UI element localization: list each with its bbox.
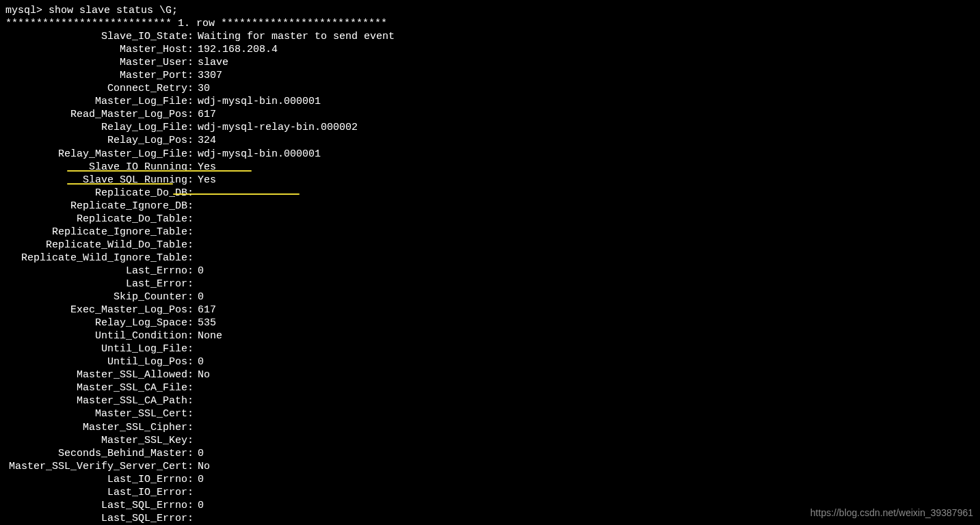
terminal-output[interactable]: mysql> show slave status \G; ***********… — [5, 4, 975, 525]
status-value: Yes — [194, 174, 216, 187]
status-row: Master_SSL_CA_Path: — [5, 394, 975, 407]
status-label: Slave_SQL_Running: — [5, 174, 194, 187]
status-value: 30 — [194, 82, 210, 95]
status-value: 0 — [194, 355, 204, 368]
status-value: 0 — [194, 265, 204, 278]
status-label: Slave_IO_Running: — [5, 161, 194, 174]
status-row: Until_Log_Pos:0 — [5, 355, 975, 368]
status-row: Skip_Counter:0 — [5, 291, 975, 304]
status-row: Master_Port:3307 — [5, 69, 975, 82]
status-value: Yes — [194, 161, 216, 174]
row-header: *************************** 1. row *****… — [5, 17, 975, 30]
status-value: 0 — [194, 291, 204, 304]
status-label: Until_Log_Pos: — [5, 355, 194, 368]
watermark-text: https://blog.csdn.net/weixin_39387961 — [810, 507, 973, 520]
status-label: Replicate_Wild_Ignore_Table: — [5, 252, 194, 265]
status-value: 535 — [194, 317, 216, 329]
status-row: Last_Error: — [5, 278, 975, 291]
status-label: Master_SSL_Key: — [5, 434, 194, 447]
status-label: Slave_IO_State: — [5, 30, 194, 43]
status-row: Master_SSL_Cipher: — [5, 421, 975, 434]
status-label: Replicate_Do_DB: — [5, 187, 194, 200]
status-row: Replicate_Ignore_DB: — [5, 200, 975, 213]
status-row: Master_Log_File:wdj-mysql-bin.000001 — [5, 95, 975, 108]
status-row: Master_Host:192.168.208.4 — [5, 43, 975, 56]
status-row: Master_SSL_CA_File: — [5, 381, 975, 394]
status-row: Master_User:slave — [5, 56, 975, 69]
status-row: Relay_Log_Pos:324 — [5, 134, 975, 147]
status-label: Master_SSL_Verify_Server_Cert: — [5, 460, 194, 473]
status-label: Exec_Master_Log_Pos: — [5, 304, 194, 317]
status-label: Until_Log_File: — [5, 342, 194, 355]
status-row: Replicate_Wild_Ignore_Table: — [5, 252, 975, 265]
status-row: Replicate_Wild_Do_Table: — [5, 239, 975, 252]
status-value: 0 — [194, 447, 204, 460]
status-row: Master_SSL_Verify_Server_Cert:No — [5, 460, 975, 473]
status-label: Skip_Counter: — [5, 291, 194, 304]
status-value: No — [194, 460, 210, 473]
status-label: Last_SQL_Error: — [5, 512, 194, 525]
status-label: Relay_Master_Log_File: — [5, 148, 194, 161]
status-label: Master_User: — [5, 56, 194, 69]
status-row: Relay_Log_Space:535 — [5, 317, 975, 329]
status-row: Seconds_Behind_Master:0 — [5, 447, 975, 460]
status-row: Last_Errno:0 — [5, 265, 975, 278]
status-value: 617 — [194, 304, 216, 317]
status-row: Last_IO_Errno:0 — [5, 473, 975, 486]
status-value: 0 — [194, 499, 204, 512]
status-label: Replicate_Ignore_DB: — [5, 200, 194, 213]
status-row: Master_SSL_Key: — [5, 434, 975, 447]
status-label: Last_Errno: — [5, 265, 194, 278]
status-label: Last_IO_Error: — [5, 486, 194, 499]
status-row: Replicate_Ignore_Table: — [5, 226, 975, 239]
status-row: Read_Master_Log_Pos:617 — [5, 108, 975, 121]
status-value: slave — [194, 56, 228, 69]
status-label: Relay_Log_File: — [5, 121, 194, 134]
status-value: 0 — [194, 473, 204, 486]
status-label: Master_SSL_CA_Path: — [5, 394, 194, 407]
status-value: 192.168.208.4 — [194, 43, 278, 56]
status-value: Waiting for master to send event — [194, 30, 395, 43]
status-row: Slave_SQL_Running:Yes — [5, 174, 975, 187]
status-label: Read_Master_Log_Pos: — [5, 108, 194, 121]
status-row: Relay_Master_Log_File:wdj-mysql-bin.0000… — [5, 148, 975, 161]
status-label: Master_Host: — [5, 43, 194, 56]
status-label: Seconds_Behind_Master: — [5, 447, 194, 460]
status-row: Slave_IO_Running:Yes — [5, 161, 975, 174]
status-row: Until_Log_File: — [5, 342, 975, 355]
status-value: wdj-mysql-bin.000001 — [194, 95, 321, 108]
status-label: Master_SSL_CA_File: — [5, 381, 194, 394]
status-label: Last_SQL_Errno: — [5, 499, 194, 512]
status-label: Replicate_Do_Table: — [5, 213, 194, 226]
status-value: 324 — [194, 134, 216, 147]
status-row: Until_Condition:None — [5, 329, 975, 342]
status-row: Relay_Log_File:wdj-mysql-relay-bin.00000… — [5, 121, 975, 134]
status-value: wdj-mysql-bin.000001 — [194, 148, 321, 161]
status-label: Master_SSL_Cipher: — [5, 421, 194, 434]
status-label: Master_Port: — [5, 69, 194, 82]
status-label: Relay_Log_Space: — [5, 317, 194, 329]
status-label: Master_SSL_Cert: — [5, 407, 194, 420]
slave-status-list: Slave_IO_State:Waiting for master to sen… — [5, 30, 975, 525]
status-label: Replicate_Wild_Do_Table: — [5, 239, 194, 252]
status-value: 3307 — [194, 69, 222, 82]
status-row: Replicate_Do_Table: — [5, 213, 975, 226]
status-row: Master_SSL_Cert: — [5, 407, 975, 420]
status-value: None — [194, 329, 222, 342]
status-row: Master_SSL_Allowed:No — [5, 368, 975, 381]
status-row: Slave_IO_State:Waiting for master to sen… — [5, 30, 975, 43]
status-label: Last_Error: — [5, 278, 194, 291]
status-label: Master_SSL_Allowed: — [5, 368, 194, 381]
status-label: Replicate_Ignore_Table: — [5, 226, 194, 239]
status-label: Last_IO_Errno: — [5, 473, 194, 486]
status-row: Connect_Retry:30 — [5, 82, 975, 95]
mysql-prompt: mysql> show slave status \G; — [5, 4, 975, 17]
status-row: Exec_Master_Log_Pos:617 — [5, 304, 975, 317]
status-value: 617 — [194, 108, 216, 121]
status-value: No — [194, 368, 210, 381]
status-label: Connect_Retry: — [5, 82, 194, 95]
status-label: Relay_Log_Pos: — [5, 134, 194, 147]
status-label: Until_Condition: — [5, 329, 194, 342]
status-row: Last_IO_Error: — [5, 486, 975, 499]
status-row: Replicate_Do_DB: — [5, 187, 975, 200]
